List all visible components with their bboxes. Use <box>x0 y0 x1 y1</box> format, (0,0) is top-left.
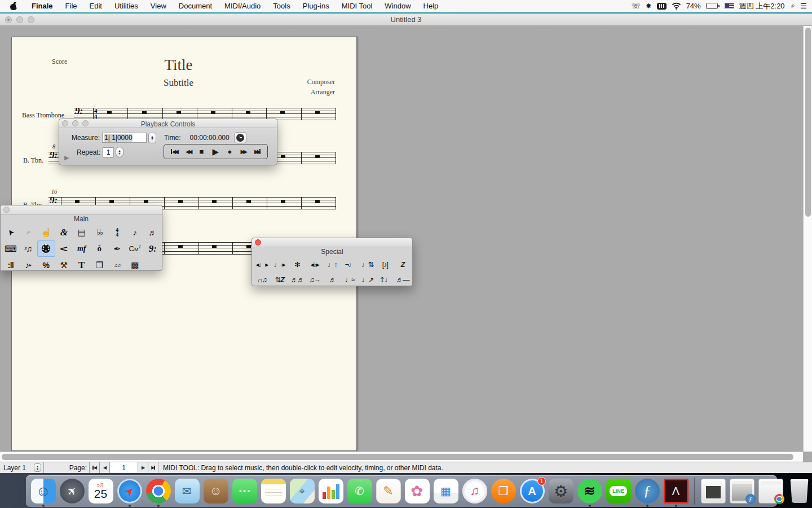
dock-keynote-icon[interactable]: ▦ <box>433 479 458 504</box>
dock-trash-icon[interactable] <box>787 479 812 504</box>
playback-controls-palette[interactable]: Playback Controls Measure: 1| 1|0000 ▲▼ … <box>59 119 277 165</box>
antivirus-icon[interactable]: ✸ <box>646 2 652 10</box>
clef-tool[interactable]: 9: <box>144 240 162 257</box>
menu-utilities[interactable]: Utilities <box>108 0 144 12</box>
broken-beam-tool[interactable]: ♬ <box>324 272 341 287</box>
stem-direction-tool[interactable]: ♩↑ <box>324 257 341 272</box>
dock-pages-icon[interactable]: ✎ <box>376 479 401 504</box>
expression-tool[interactable]: mf <box>73 240 91 257</box>
menu-edit[interactable]: Edit <box>83 0 108 12</box>
menu-help[interactable]: Help <box>417 0 445 12</box>
playback-title-bar[interactable]: Playback Controls <box>59 119 277 128</box>
battery-meter-icon[interactable] <box>657 3 667 10</box>
beam-width-tool[interactable]: ♬— <box>394 272 412 287</box>
main-palette-title-bar[interactable] <box>1 205 162 214</box>
next-page-button[interactable]: ▶ <box>138 462 148 473</box>
stem-length-tool[interactable]: ♩⇅ <box>359 257 376 272</box>
dock-contacts-icon[interactable]: ☺ <box>203 479 228 504</box>
dock-app-store-icon[interactable]: A1 <box>519 479 545 504</box>
key-signature-tool[interactable]: ♭♭ <box>91 224 109 240</box>
time-signature-tool[interactable]: 44 <box>108 224 126 240</box>
dock-minimized-chrome-window-icon[interactable] <box>758 479 783 504</box>
layer-selector[interactable]: Layer 1 ▲▼ <box>0 462 44 473</box>
wifi-icon[interactable] <box>672 2 681 10</box>
measure[interactable] <box>302 152 336 164</box>
minimize-button[interactable] <box>16 16 23 23</box>
dock-acrobat-icon[interactable]: Λ <box>663 479 689 504</box>
tuplet-tool[interactable]: 3♫ <box>20 240 38 257</box>
horizontal-scrollbar-thumb[interactable] <box>2 454 793 460</box>
spotlight-icon[interactable]: ♀ <box>788 1 798 11</box>
text-tool[interactable]: T <box>73 257 91 273</box>
staff-tool[interactable]: & <box>55 224 73 240</box>
beam-stem-adjust-tool[interactable]: ⇅Z <box>271 272 288 287</box>
double-split-stem-tool[interactable]: [♪] <box>376 257 394 272</box>
measure[interactable] <box>267 197 302 209</box>
special-palette-close-button[interactable] <box>255 239 261 246</box>
page-layout-tool[interactable]: ❐ <box>91 257 109 273</box>
rewind-button[interactable]: ◀◀ <box>186 148 191 155</box>
menu-midi-audio[interactable]: MIDI/Audio <box>218 0 267 12</box>
beam-angle-tool[interactable]: Z <box>394 257 412 272</box>
special-tools-tool[interactable]: ⚒ <box>55 257 73 273</box>
menu-plug-ins[interactable]: Plug-ins <box>297 0 336 12</box>
dock-finale-icon[interactable]: ƒ <box>634 479 660 504</box>
smart-shape-tool[interactable]: < <box>55 240 73 257</box>
dock-photos-icon[interactable]: ✿ <box>404 479 430 504</box>
dock-facetime-icon[interactable]: ✆ <box>347 479 372 504</box>
repeat-stepper[interactable]: ▲▼ <box>116 147 123 157</box>
midi-tool[interactable] <box>37 240 55 257</box>
accidental-position-tool[interactable]: ◂♭▸ <box>306 257 324 272</box>
graphics-tool[interactable]: ▩ <box>126 257 144 273</box>
repeat-field[interactable]: 1 <box>103 147 114 157</box>
vertical-scrollbar-thumb[interactable] <box>805 28 811 217</box>
menu-tools[interactable]: Tools <box>267 0 296 12</box>
dock-line-icon[interactable]: LINE <box>606 479 631 504</box>
app-menu-finale[interactable]: Finale <box>25 0 59 12</box>
measure[interactable] <box>302 197 336 209</box>
measure-tool[interactable]: ▤ <box>73 224 91 240</box>
phone-lock-icon[interactable]: ☏ <box>631 2 640 10</box>
vertical-scrollbar[interactable] <box>803 26 812 452</box>
articulation-tool[interactable]: ŏ <box>91 240 109 257</box>
to-start-button[interactable]: ◀◀ <box>171 148 177 155</box>
measure[interactable] <box>199 197 233 209</box>
note-position-tool[interactable]: ◂♩▸ <box>253 257 271 272</box>
measure[interactable] <box>199 242 233 255</box>
dock-numbers-icon[interactable] <box>318 479 343 504</box>
stop-button[interactable]: ■ <box>199 147 204 156</box>
dock-spotify-icon[interactable]: ≋ <box>577 479 602 504</box>
special-palette-title-bar[interactable] <box>252 238 412 247</box>
menu-window[interactable]: Window <box>378 0 417 12</box>
speedy-entry-tool[interactable]: ♬ <box>144 224 162 240</box>
close-button[interactable] <box>5 16 12 23</box>
chord-tool[interactable]: CM7 <box>126 240 144 257</box>
measure-field[interactable]: 1| 1|0000 <box>102 133 147 143</box>
note-shift-tool[interactable]: ♩↗ <box>359 272 376 287</box>
record-button[interactable]: ● <box>227 147 232 156</box>
play-button[interactable]: ▶ <box>213 147 219 157</box>
dock-system-preferences-icon[interactable]: ⚙ <box>548 479 573 504</box>
measure-stepper[interactable]: ▲▼ <box>148 133 156 143</box>
to-end-button[interactable]: ▶▶ <box>254 148 261 155</box>
dock-calendar-icon[interactable]: 5月25 <box>88 479 113 504</box>
clock-button[interactable] <box>234 132 246 143</box>
measure[interactable] <box>233 197 267 209</box>
fast-forward-button[interactable]: ▶▶ <box>240 148 245 155</box>
lyrics-tool[interactable]: ✒ <box>108 240 126 257</box>
beam-extension-tool[interactable]: ♫→ <box>306 272 324 287</box>
tie-tool[interactable]: ∩♫ <box>253 272 271 287</box>
window-title-bar[interactable]: Untitled 3 <box>0 14 812 26</box>
reverse-stem-tool[interactable]: ¬♩ <box>341 257 359 272</box>
special-tools-palette[interactable]: Special ◂♩▸♩·▸✻◂♭▸♩↑¬♩♩⇅[♪]Z∩♫⇅Z♬♬♫→♬♩≈♩… <box>251 238 413 286</box>
menu-clock[interactable]: 週四 上午2:20 <box>739 1 785 11</box>
apple-menu-icon[interactable] <box>10 2 17 10</box>
dock-minimized-document-icon[interactable] <box>700 479 726 504</box>
zoom-button[interactable] <box>28 16 34 23</box>
selection-tool[interactable]: ➤ <box>2 224 20 240</box>
notification-center-icon[interactable]: ☰ <box>800 2 806 10</box>
last-page-button[interactable]: ▶ <box>148 462 158 473</box>
dock-itunes-icon[interactable]: ♫ <box>462 479 487 504</box>
dock-minimized-finale-window-icon[interactable]: ƒ <box>729 479 754 504</box>
menu-document[interactable]: Document <box>173 0 218 12</box>
